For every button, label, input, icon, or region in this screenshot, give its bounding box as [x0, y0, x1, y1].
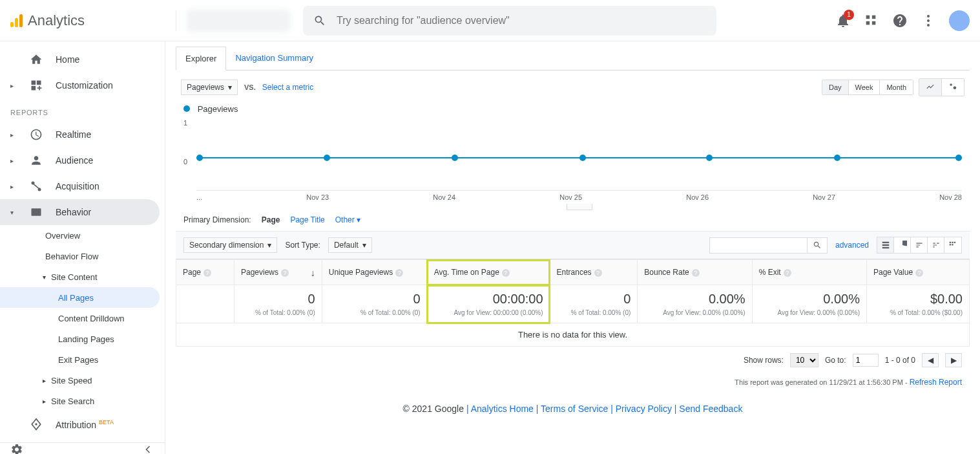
metric-dropdown[interactable]: Pageviews ▾ — [181, 80, 238, 95]
th-entrances[interactable]: Entrances? — [550, 260, 638, 285]
dim-other[interactable]: Other ▾ — [335, 215, 360, 224]
nav-realtime[interactable]: ▸ Realtime — [0, 122, 165, 147]
nav-customization[interactable]: ▸ Customization — [0, 72, 165, 98]
th-exit[interactable]: % Exit? — [752, 260, 866, 285]
svg-point-13 — [35, 423, 37, 425]
subnav-behavior-flow[interactable]: Behavior Flow — [0, 246, 165, 266]
subnav-site-speed[interactable]: ▸ Site Speed — [0, 370, 165, 391]
th-page[interactable]: Page? — [176, 260, 235, 285]
pivot-view-icon[interactable] — [944, 237, 961, 253]
tab-explorer[interactable]: Explorer — [176, 47, 226, 70]
th-unique-pageviews[interactable]: Unique Pageviews? — [322, 260, 427, 285]
seg-day[interactable]: Day — [822, 80, 849, 94]
pager-prev-button[interactable]: ◀ — [922, 353, 939, 367]
svg-rect-1 — [872, 15, 876, 19]
nav-home[interactable]: Home — [0, 47, 165, 72]
primary-dimension-row: Primary Dimension: Page Page Title Other… — [176, 209, 970, 232]
svg-rect-8 — [37, 81, 41, 85]
search-input[interactable] — [337, 15, 706, 27]
sort-arrow-icon: ↓ — [311, 268, 315, 278]
collapse-sidebar-icon[interactable] — [141, 443, 154, 454]
table-filter-row: Secondary dimension ▾ Sort Type: Default… — [176, 232, 970, 259]
advanced-link[interactable]: advanced — [835, 241, 869, 250]
chevron-down-icon: ▾ — [267, 241, 271, 250]
svg-rect-7 — [32, 81, 36, 85]
expand-handle[interactable] — [567, 204, 592, 210]
th-page-value[interactable]: Page Value? — [866, 260, 969, 285]
view-mode-icons — [877, 237, 962, 254]
nav-audience[interactable]: ▸ Audience — [0, 147, 165, 173]
footer-terms[interactable]: Terms of Service — [541, 404, 608, 414]
refresh-report-link[interactable]: Refresh Report — [910, 378, 962, 387]
footer-privacy[interactable]: Privacy Policy — [616, 404, 672, 414]
chart-legend: Pageviews — [183, 104, 962, 114]
help-icon: ? — [203, 269, 211, 277]
subnav-landing-pages[interactable]: Landing Pages — [0, 329, 165, 349]
help-icon: ? — [395, 269, 403, 277]
notifications-button[interactable]: 1 — [835, 13, 851, 28]
subnav-all-pages[interactable]: All Pages — [0, 287, 160, 308]
tab-navigation-summary[interactable]: Navigation Summary — [226, 47, 322, 70]
subnav-overview[interactable]: Overview — [0, 225, 165, 246]
summary-bounce: 0.00%Avg for View: 0.00% (0.00%) — [638, 285, 752, 323]
help-icon: ? — [502, 269, 510, 277]
th-avg-time[interactable]: Avg. Time on Page? — [427, 260, 550, 285]
app-name: Analytics — [28, 12, 85, 29]
summary-pageviews: 0% of Total: 0.00% (0) — [235, 285, 322, 323]
sidebar-footer — [0, 442, 165, 454]
table-view-icon[interactable] — [877, 237, 894, 253]
more-button[interactable] — [921, 13, 936, 28]
x-tick: Nov 24 — [433, 193, 455, 201]
no-data-message: There is no data for this view. — [176, 323, 970, 347]
search-bar[interactable] — [303, 6, 716, 36]
table-search-button[interactable] — [807, 238, 827, 253]
select-metric-link[interactable]: Select a metric — [262, 83, 313, 92]
rows-select[interactable]: 10 — [790, 353, 818, 367]
dim-page-title[interactable]: Page Title — [290, 215, 324, 224]
vs-label: VS. — [244, 83, 256, 91]
chevron-down-icon: ▾ — [362, 241, 366, 250]
sort-type-dropdown[interactable]: Default ▾ — [328, 237, 372, 253]
summary-entrances: 0% of Total: 0.00% (0) — [550, 285, 638, 323]
table-search-input[interactable] — [710, 238, 807, 253]
pie-view-icon[interactable] — [894, 237, 911, 253]
subnav-exit-pages[interactable]: Exit Pages — [0, 349, 165, 370]
dim-page[interactable]: Page — [262, 215, 280, 224]
subnav-site-content[interactable]: ▾ Site Content — [0, 266, 165, 287]
chevron-down-icon: ▾ — [228, 83, 232, 92]
nav-attribution[interactable]: AttributionBETA — [0, 411, 165, 437]
clock-icon — [30, 128, 43, 141]
nav-label: Audience — [56, 155, 93, 166]
property-title-redacted — [187, 10, 290, 32]
comparison-view-icon[interactable] — [928, 237, 944, 253]
apps-button[interactable] — [864, 13, 879, 28]
goto-input[interactable] — [853, 354, 879, 367]
motion-chart-icon[interactable] — [942, 79, 964, 96]
customization-icon — [30, 79, 43, 92]
seg-week[interactable]: Week — [849, 80, 881, 94]
secondary-dimension-dropdown[interactable]: Secondary dimension ▾ — [183, 237, 277, 253]
th-bounce[interactable]: Bounce Rate? — [638, 260, 752, 285]
subnav-content-drilldown[interactable]: Content Drilldown — [0, 308, 165, 329]
nav-acquisition[interactable]: ▸ Acquisition — [0, 173, 165, 199]
svg-rect-3 — [872, 21, 876, 25]
nav-section-reports: REPORTS — [0, 98, 165, 122]
sidebar: Home ▸ Customization REPORTS ▸ Realtime … — [0, 41, 165, 454]
footer-analytics-home[interactable]: Analytics Home — [471, 404, 534, 414]
search-icon — [313, 14, 326, 27]
performance-view-icon[interactable] — [911, 237, 928, 253]
pager-range: 1 - 0 of 0 — [885, 356, 915, 365]
footer-feedback[interactable]: Send Feedback — [679, 404, 742, 414]
line-chart-icon[interactable] — [919, 79, 942, 96]
help-icon: ? — [784, 269, 791, 277]
help-button[interactable] — [892, 13, 908, 28]
x-tick: ... — [196, 193, 202, 201]
settings-icon[interactable] — [10, 443, 23, 454]
subnav-site-search[interactable]: ▸ Site Search — [0, 391, 165, 411]
th-pageviews[interactable]: Pageviews?↓ — [235, 260, 322, 285]
seg-month[interactable]: Month — [880, 80, 913, 94]
pager-next-button[interactable]: ▶ — [945, 353, 962, 367]
user-avatar[interactable] — [949, 10, 970, 31]
pager: Show rows: 10 Go to: 1 - 0 of 0 ◀ ▶ — [176, 347, 970, 374]
nav-behavior[interactable]: ▾ Behavior — [0, 199, 160, 225]
